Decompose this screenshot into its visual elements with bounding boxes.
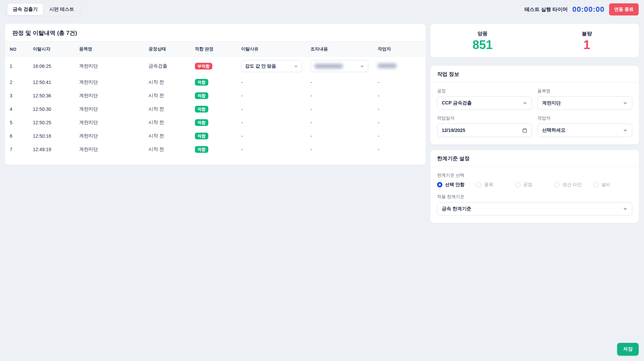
worker-label: 작업자	[537, 115, 632, 121]
work-date-field: 작업일자 12/19/2025	[437, 115, 532, 137]
chevron-down-icon	[523, 101, 527, 105]
radio-label: 공정	[523, 182, 532, 188]
table-header: NO 이탈시각 품목명 공정상태 적합 판정 이탈사유 조치내용 작업자	[5, 42, 426, 57]
test-timer-label: 테스트 실행 타이머	[525, 6, 568, 13]
col-judgement: 적합 판정	[190, 42, 236, 57]
cell-no: 2	[5, 76, 28, 89]
cell-action: -	[306, 102, 373, 116]
table-row: 7 12:49:19 계란지단 시작 전 적합 - - -	[5, 143, 426, 156]
judgement-badge-fail: 부적합	[195, 63, 212, 70]
item-select[interactable]: 계란지단	[537, 96, 632, 110]
judgement-table-card: 판정 및 이탈내역 (총 7건) NO 이탈시각 품목명 공정상태 적합 판정 …	[5, 24, 426, 165]
col-item-name: 품목명	[74, 42, 144, 57]
cell-no: 7	[5, 143, 28, 156]
col-deviation-time: 이탈시각	[28, 42, 74, 57]
action-taken-select[interactable]	[311, 60, 368, 72]
worker-select[interactable]: 선택하세요	[537, 124, 632, 137]
radio-unchecked-icon	[593, 182, 599, 187]
cell-action: -	[306, 116, 373, 129]
end-link-button[interactable]: 연동 종료	[609, 3, 639, 15]
cell-no: 3	[5, 89, 28, 102]
cell-time: 16:06:25	[28, 57, 74, 76]
cell-item: 계란지단	[74, 143, 144, 156]
cell-item: 계란지단	[74, 76, 144, 89]
count-summary-card: 양품 851 불량 1	[430, 24, 639, 57]
cell-action: -	[306, 76, 373, 89]
defect-count-value: 1	[535, 39, 639, 51]
col-worker: 작업자	[373, 42, 426, 57]
judgement-badge-pass: 적합	[195, 92, 208, 99]
radio-process-option[interactable]: 공정	[515, 182, 554, 188]
cell-worker: -	[373, 116, 426, 129]
applied-limit-value: 금속 한계기준	[442, 206, 471, 212]
cell-item: 계란지단	[74, 57, 144, 76]
limit-settings-title: 한계기준 설정	[430, 150, 639, 167]
applied-limit-select[interactable]: 금속 한계기준	[437, 202, 632, 216]
col-action-taken: 조치내용	[306, 42, 373, 57]
work-date-value: 12/19/2025	[442, 128, 465, 133]
cell-state: 시작 전	[144, 76, 190, 89]
save-button[interactable]: 저장	[617, 343, 639, 356]
worker-value: 선택하세요	[542, 127, 566, 133]
radio-item-option[interactable]: 품목	[476, 182, 515, 188]
col-no: NO	[5, 42, 28, 57]
topbar: 금속 검출기 시편 테스트 테스트 실행 타이머 00:00:00 연동 종료	[0, 0, 644, 19]
cell-worker: -	[373, 102, 426, 116]
defect-count-label: 불량	[535, 31, 639, 37]
col-process-state: 공정상태	[144, 42, 190, 57]
tab-specimen-test[interactable]: 시편 테스트	[44, 3, 79, 15]
work-info-card: 작업 정보 공정 CCP 금속검출 품목명 계란지단	[430, 66, 639, 144]
cell-time: 12:50:25	[28, 116, 74, 129]
judgement-badge-pass: 적합	[195, 133, 208, 139]
cell-time: 12:50:41	[28, 76, 74, 89]
chevron-down-icon	[360, 64, 364, 69]
radio-unchecked-icon	[554, 182, 559, 187]
table-row: 4 12:50:30 계란지단 시작 전 적합 - - -	[5, 102, 426, 116]
radio-label: 선택 안함	[445, 182, 465, 188]
item-label: 품목명	[537, 88, 632, 94]
cell-time: 12:49:19	[28, 143, 74, 156]
cell-action: -	[306, 143, 373, 156]
cell-state: 시작 전	[144, 102, 190, 116]
process-label: 공정	[437, 88, 532, 94]
cell-item: 계란지단	[74, 116, 144, 129]
chevron-down-icon	[623, 207, 628, 211]
cell-action: -	[306, 89, 373, 102]
table-row: 5 12:50:25 계란지단 시작 전 적합 - - -	[5, 116, 426, 129]
limit-radio-group: 선택 안함 품목 공정 생산 라인	[437, 182, 632, 188]
cell-time: 12:50:36	[28, 89, 74, 102]
right-panel: 양품 851 불량 1 작업 정보 공정 CCP 금속검출	[430, 24, 639, 223]
cell-time: 12:50:18	[28, 129, 74, 143]
radio-unchecked-icon	[476, 182, 481, 187]
judgement-badge-pass: 적합	[195, 79, 208, 86]
chevron-down-icon	[294, 64, 298, 69]
process-value: CCP 금속검출	[442, 100, 472, 106]
cell-action: -	[306, 129, 373, 143]
topbar-right: 테스트 실행 타이머 00:00:00 연동 종료	[525, 3, 639, 15]
item-field: 품목명 계란지단	[537, 88, 632, 110]
cell-no: 4	[5, 102, 28, 116]
cell-worker: -	[373, 143, 426, 156]
judgement-badge-pass: 적합	[195, 146, 208, 153]
radio-equipment-option[interactable]: 설비	[593, 182, 632, 188]
deviation-reason-value: 감도 값 안 맞음	[245, 63, 276, 69]
cell-state: 시작 전	[144, 116, 190, 129]
limit-settings-card: 한계기준 설정 한계기준 선택 선택 안함 품목 공정	[430, 150, 639, 223]
judgement-table-title: 판정 및 이탈내역 (총 7건)	[5, 24, 426, 42]
item-value: 계란지단	[542, 100, 561, 106]
cell-state: 금속검출	[144, 57, 190, 76]
radio-production-line-option[interactable]: 생산 라인	[554, 182, 593, 188]
work-date-input[interactable]: 12/19/2025	[437, 124, 532, 137]
process-field: 공정 CCP 금속검출	[437, 88, 532, 110]
cell-state: 시작 전	[144, 143, 190, 156]
cell-worker: -	[373, 89, 426, 102]
table-row: 2 12:50:41 계란지단 시작 전 적합 - - -	[5, 76, 426, 89]
process-select[interactable]: CCP 금속검출	[437, 96, 532, 110]
test-timer-value: 00:00:00	[572, 5, 604, 14]
cell-item: 계란지단	[74, 129, 144, 143]
work-info-title: 작업 정보	[430, 66, 639, 83]
radio-none[interactable]: 선택 안함	[437, 182, 476, 188]
tab-metal-detector[interactable]: 금속 검출기	[7, 3, 43, 15]
deviation-reason-select[interactable]: 감도 값 안 맞음	[241, 60, 302, 72]
cell-item: 계란지단	[74, 102, 144, 116]
